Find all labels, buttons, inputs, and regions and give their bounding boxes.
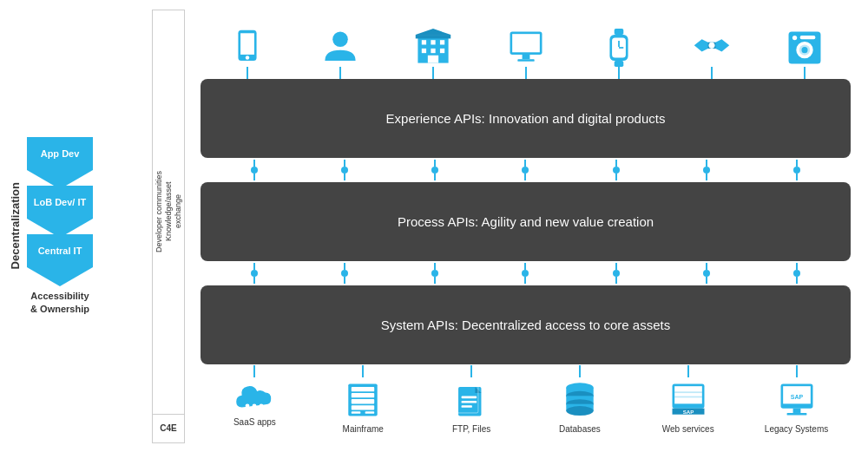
icon-watch: [584, 29, 654, 79]
svg-rect-18: [614, 29, 623, 35]
c4e-top-text: Developer communitiesKnowledge/assetexch…: [155, 171, 182, 252]
svg-rect-55: [674, 386, 702, 403]
conn-dot-2: [310, 160, 379, 180]
svg-rect-5: [421, 40, 425, 44]
cloud-icon: [233, 381, 275, 412]
conn2-dot-5: [582, 263, 651, 284]
c4e-top: Developer communitiesKnowledge/assetexch…: [153, 10, 184, 415]
legacy-icon: SAP: [778, 381, 816, 419]
icon-webservices: SAP Web services: [654, 365, 723, 434]
monitor-icon: [507, 29, 545, 67]
icon-files: FTP, Files: [437, 365, 506, 434]
label-mainframe: Mainframe: [343, 424, 384, 434]
layers-area: Experience APIs: Innovation and digital …: [192, 79, 859, 365]
svg-rect-38: [352, 405, 374, 409]
arrows-column: App Dev LoB Dev/ IT Central IT Accessibi…: [25, 137, 95, 315]
database-icon: [561, 381, 599, 419]
right-area: Experience APIs: Innovation and digital …: [192, 10, 859, 443]
washer-icon: [786, 29, 824, 67]
arrow-app-dev: App Dev: [25, 137, 95, 189]
conn-dot-1: [220, 160, 289, 180]
svg-rect-30: [799, 35, 815, 38]
conn-dot-4: [490, 160, 560, 180]
left-side: Decentralization App Dev LoB Dev/ IT Cen…: [9, 10, 152, 443]
icon-person: [306, 29, 375, 79]
icon-legacy: SAP Legacy Systems: [762, 365, 832, 434]
conn-dot-3: [400, 160, 470, 180]
webservices-icon: SAP: [669, 381, 707, 419]
decentralization-label: Decentralization: [9, 182, 22, 269]
svg-rect-44: [462, 400, 477, 403]
label-webservices: Web services: [662, 424, 714, 434]
layer-system-label: System APIs: Decentralized access to cor…: [381, 318, 670, 332]
arrow-label-lobdev: LoB Dev/ IT: [34, 197, 87, 208]
label-saas: SaaS apps: [233, 417, 276, 427]
svg-point-53: [566, 406, 593, 416]
svg-marker-13: [415, 29, 450, 35]
diagram-container: Decentralization App Dev LoB Dev/ IT Cen…: [9, 10, 859, 443]
conn2-dot-2: [310, 263, 379, 284]
svg-text:SAP: SAP: [682, 408, 694, 414]
conn-dot-6: [672, 160, 741, 180]
svg-point-3: [332, 31, 348, 47]
svg-point-32: [253, 403, 257, 408]
svg-rect-6: [431, 40, 435, 44]
icon-databases: Databases: [545, 365, 615, 434]
connectors-1-2: [201, 163, 851, 177]
svg-rect-11: [427, 55, 437, 62]
svg-rect-12: [415, 35, 450, 38]
conn2-dot-7: [762, 263, 832, 284]
accessibility-label: Accessibility& Ownership: [30, 290, 89, 315]
conn2-dot-6: [672, 263, 741, 284]
icon-building: [398, 29, 468, 79]
c4e-bottom: C4E: [153, 415, 184, 442]
c4e-column: Developer communitiesKnowledge/assetexch…: [152, 10, 185, 443]
conn2-dot-1: [220, 263, 289, 284]
svg-rect-10: [439, 48, 444, 52]
icon-saas: SaaS apps: [220, 365, 289, 427]
layer-system: System APIs: Decentralized access to cor…: [201, 285, 851, 364]
connectors-2-3: [201, 266, 851, 280]
connector-top-building: [432, 67, 434, 79]
files-icon: [452, 381, 490, 419]
arrow-lob-dev: LoB Dev/ IT: [25, 186, 95, 238]
svg-rect-15: [512, 34, 540, 52]
svg-point-2: [245, 56, 248, 59]
svg-rect-56: [674, 391, 702, 393]
conn-dot-5: [582, 160, 651, 180]
layer-experience-label: Experience APIs: Innovation and digital …: [386, 111, 666, 126]
svg-rect-62: [792, 408, 800, 412]
svg-rect-43: [462, 396, 477, 398]
arrow-label-centralit: Central IT: [38, 246, 82, 257]
svg-rect-17: [517, 59, 534, 62]
connector-top-mobile: [247, 67, 248, 79]
connector-top-monitor: [525, 67, 527, 79]
watch-icon: [600, 29, 638, 67]
mainframe-icon: [344, 381, 382, 419]
layer-experience: Experience APIs: Innovation and digital …: [201, 79, 851, 158]
svg-rect-16: [522, 54, 529, 58]
handshake-icon: [693, 29, 731, 67]
connector-top-handshake: [711, 67, 713, 79]
person-icon: [321, 29, 359, 67]
icon-handshake: [677, 29, 746, 79]
svg-rect-1: [240, 33, 254, 55]
svg-rect-7: [439, 40, 444, 44]
layer-process-label: Process APIs: Agility and new value crea…: [398, 214, 654, 229]
layer-process: Process APIs: Agility and new value crea…: [201, 182, 851, 261]
label-files: FTP, Files: [452, 424, 490, 434]
arrow-label-appdev: App Dev: [41, 148, 80, 160]
conn-dot-7: [762, 160, 832, 180]
icon-mobile: [213, 29, 282, 79]
svg-point-28: [801, 47, 807, 53]
svg-point-33: [260, 403, 264, 408]
connector-top-washer: [804, 67, 806, 79]
svg-point-29: [792, 35, 796, 39]
icon-monitor: [491, 29, 561, 79]
icon-washer: [770, 29, 839, 79]
bottom-icons-row: SaaS apps Mainframe: [192, 365, 859, 443]
arrow-central-it: Central IT: [25, 234, 95, 286]
svg-point-31: [246, 403, 250, 408]
top-icons-row: [192, 10, 859, 79]
svg-rect-8: [421, 48, 425, 52]
